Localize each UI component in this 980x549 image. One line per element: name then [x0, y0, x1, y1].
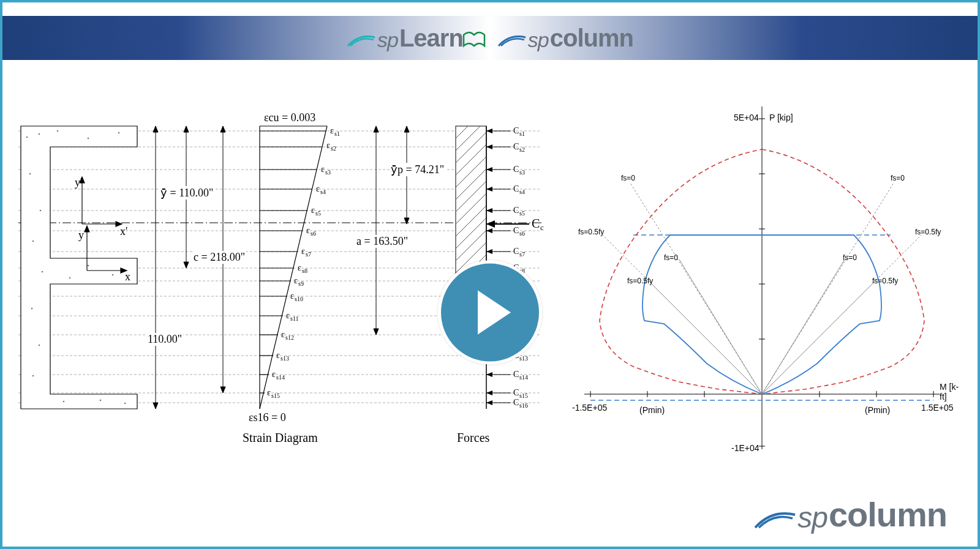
svg-marker-188: [486, 390, 492, 395]
svg-point-25: [42, 271, 43, 273]
svg-point-20: [88, 138, 89, 140]
svg-marker-50: [221, 126, 225, 132]
svg-marker-45: [153, 403, 158, 409]
logo-sp-text: sp: [377, 28, 398, 52]
svg-text:s3: s3: [325, 169, 331, 176]
svg-text:ε: ε: [286, 311, 290, 320]
strain-caption: Strain Diagram: [241, 431, 319, 445]
play-button[interactable]: [438, 260, 542, 364]
m-axis-label: M [k-ft]: [940, 382, 964, 401]
swoosh-icon: [347, 32, 376, 47]
svg-point-30: [39, 345, 40, 346]
fs0-ul: fs=0: [621, 174, 635, 182]
svg-text:s6: s6: [519, 230, 525, 237]
svg-text:ε: ε: [316, 184, 320, 193]
svg-point-32: [63, 401, 65, 403]
fs05-ir: fs=0.5fy: [872, 277, 898, 285]
svg-text:s12: s12: [285, 334, 294, 341]
pmin-left: (Pmin): [639, 405, 665, 415]
svg-marker-47: [184, 126, 189, 132]
svg-line-215: [679, 260, 762, 394]
svg-text:s3: s3: [519, 169, 525, 176]
svg-text:ε: ε: [321, 165, 325, 174]
svg-text:ε: ε: [290, 291, 294, 301]
svg-text:ε: ε: [276, 351, 280, 360]
svg-marker-184: [486, 372, 492, 377]
top-banner: sp Learn sp column: [2, 16, 978, 60]
a-dim: a = 163.50": [355, 235, 409, 248]
pm-interaction-diagram: 5E+04 P [kip] M [k-ft] -1.5E+05 1.5E+05 …: [560, 94, 964, 474]
svg-text:s13: s13: [519, 355, 528, 362]
svg-text:s15: s15: [519, 392, 528, 399]
y-label: y: [78, 229, 84, 241]
svg-text:s1: s1: [519, 130, 525, 137]
fs0-ir: fs=0: [843, 253, 857, 262]
svg-point-29: [31, 308, 33, 310]
svg-text:s8: s8: [302, 267, 307, 274]
x-prime-label: x': [120, 225, 127, 237]
svg-text:s1: s1: [334, 130, 340, 137]
svg-text:s5: s5: [315, 210, 321, 217]
svg-text:s13: s13: [281, 355, 289, 362]
svg-text:s5: s5: [519, 210, 525, 217]
logo-sp-text: sp: [528, 28, 549, 52]
fs05-il: fs=0.5fy: [627, 277, 653, 285]
svg-text:C: C: [513, 388, 519, 397]
svg-point-17: [26, 136, 28, 138]
svg-text:s4: s4: [519, 189, 525, 195]
svg-marker-140: [486, 167, 492, 172]
svg-marker-104: [404, 126, 409, 132]
svg-text:C: C: [513, 398, 519, 407]
footer-column: column: [829, 495, 947, 534]
svg-text:s6: s6: [311, 230, 316, 237]
svg-line-216: [762, 260, 845, 394]
svg-point-24: [32, 241, 34, 242]
sp-column-logo: sp column: [497, 24, 633, 52]
svg-point-23: [40, 210, 42, 212]
svg-marker-101: [374, 126, 379, 132]
svg-point-33: [100, 400, 102, 401]
svg-marker-40: [85, 226, 89, 232]
svg-text:C: C: [513, 370, 519, 379]
svg-marker-192: [486, 400, 492, 405]
svg-marker-132: [486, 129, 492, 133]
svg-text:C: C: [513, 247, 519, 256]
svg-text:ε: ε: [294, 276, 298, 285]
svg-text:ε: ε: [326, 141, 330, 150]
footer-sp: sp: [797, 501, 827, 534]
svg-text:c: c: [540, 223, 544, 232]
svg-text:s2: s2: [331, 145, 336, 152]
p-min-tick: -1E+04: [731, 443, 760, 453]
svg-text:C: C: [513, 184, 519, 193]
svg-text:s7: s7: [519, 251, 525, 258]
svg-text:ε: ε: [330, 126, 334, 135]
fs0-il: fs=0: [664, 253, 678, 262]
footer-sp-column-logo: sp column: [753, 495, 947, 534]
p-max-tick: 5E+04: [734, 113, 759, 122]
svg-marker-156: [486, 249, 492, 254]
logo-column-text: column: [550, 24, 633, 52]
fs0-ur: fs=0: [891, 174, 905, 182]
svg-text:ε: ε: [301, 247, 305, 256]
swoosh-icon: [497, 32, 527, 47]
svg-text:C: C: [513, 226, 519, 235]
pmin-right: (Pmin): [865, 405, 890, 415]
book-icon: [462, 30, 486, 48]
svg-marker-51: [221, 387, 225, 393]
p-axis-label: P [kip]: [769, 113, 793, 122]
svg-text:s9: s9: [298, 280, 304, 287]
svg-text:ε: ε: [281, 330, 285, 339]
main-content: y' x' y x: [2, 88, 978, 547]
svg-point-22: [29, 173, 31, 175]
svg-point-18: [39, 133, 40, 135]
svg-line-218: [762, 281, 875, 394]
logo-learn-text: Learn: [399, 24, 463, 52]
y-prime-label: y': [75, 176, 82, 189]
y-bar-dim: ȳ = 110.00": [159, 186, 214, 200]
svg-text:C: C: [513, 126, 519, 135]
svg-marker-48: [184, 262, 189, 268]
svg-text:s7: s7: [306, 251, 311, 258]
svg-text:C: C: [513, 142, 519, 151]
svg-text:s11: s11: [290, 315, 299, 322]
svg-text:s2: s2: [519, 146, 525, 153]
